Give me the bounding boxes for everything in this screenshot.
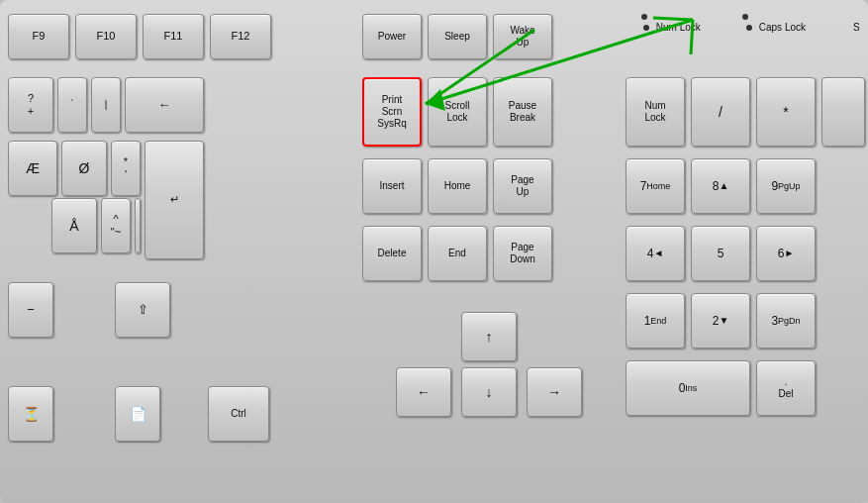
key-power[interactable]: Power	[362, 14, 422, 59]
key-print-screen[interactable]: PrintScrnSysRq	[362, 77, 422, 147]
key-numpad-9[interactable]: 9PgUp	[756, 158, 816, 214]
key-numpad-5[interactable]: 5	[691, 226, 750, 281]
key-numpad-multiply[interactable]: *	[756, 77, 816, 147]
key-page-up[interactable]: PageUp	[493, 158, 552, 214]
key-numpad-numlock[interactable]: NumLock	[626, 77, 685, 147]
key-numpad-2[interactable]: 2▼	[691, 293, 750, 349]
key-scroll-lock[interactable]: ScrollLock	[428, 77, 487, 147]
numlock-dot	[641, 14, 647, 20]
key-left-special2[interactable]: 📄	[115, 386, 160, 442]
key-ae[interactable]: Æ	[8, 141, 57, 196]
numlock-label: Num Lock	[643, 22, 701, 33]
key-arrow-up[interactable]: ↑	[461, 312, 517, 361]
key-quote-tilde[interactable]	[135, 198, 141, 253]
key-end[interactable]: End	[428, 226, 487, 281]
key-f11[interactable]: F11	[143, 14, 204, 59]
key-arrow-down[interactable]: ↓	[461, 367, 517, 417]
key-pipe[interactable]: |	[91, 77, 121, 133]
key-left-special1[interactable]: ⏳	[8, 386, 53, 442]
key-pause-break[interactable]: PauseBreak	[493, 77, 552, 147]
capslock-label: Caps Lock	[746, 22, 806, 33]
key-page-down[interactable]: PageDown	[493, 226, 552, 281]
key-home[interactable]: Home	[428, 158, 487, 214]
key-backtick[interactable]: `	[57, 77, 87, 133]
key-f9[interactable]: F9	[8, 14, 69, 59]
key-numpad-slash[interactable]: /	[691, 77, 750, 147]
key-wake-up[interactable]: WakeUp	[493, 14, 552, 59]
key-arrow-right[interactable]: →	[527, 367, 582, 417]
key-numpad-7[interactable]: 7Home	[626, 158, 685, 214]
key-insert[interactable]: Insert	[362, 158, 422, 214]
key-delete[interactable]: Delete	[362, 226, 422, 281]
key-numpad-0[interactable]: 0Ins	[626, 360, 750, 416]
key-f12[interactable]: F12	[210, 14, 271, 59]
key-sleep[interactable]: Sleep	[428, 14, 487, 59]
key-numpad-4[interactable]: 4◄	[626, 226, 685, 281]
keyboard: F9 F10 F11 F12 Power Sleep WakeUp Num Lo…	[0, 0, 868, 503]
key-numpad-del[interactable]: .Del	[756, 360, 816, 416]
key-ctrl[interactable]: Ctrl	[208, 386, 269, 442]
key-a-ring[interactable]: Å	[51, 198, 97, 253]
key-numpad-6[interactable]: 6►	[756, 226, 816, 281]
key-minus[interactable]: −	[8, 282, 53, 338]
key-question[interactable]: ?+	[8, 77, 53, 133]
key-enter[interactable]: ↵	[145, 141, 204, 259]
key-numpad-3[interactable]: 3PgDn	[756, 293, 816, 349]
key-arrow-left[interactable]: ←	[396, 367, 451, 417]
capslock-dot	[742, 14, 748, 20]
key-caret[interactable]: ^"~	[101, 198, 131, 253]
key-oslash[interactable]: Ø	[61, 141, 107, 196]
svg-line-1	[653, 18, 693, 20]
key-asterisk[interactable]: *'	[111, 141, 141, 196]
scroll-indicator-label: S	[853, 22, 860, 33]
key-backspace[interactable]: ←	[125, 77, 204, 133]
key-shift[interactable]: ⇧	[115, 282, 170, 338]
key-numpad-8[interactable]: 8▲	[691, 158, 750, 214]
key-numpad-1[interactable]: 1End	[626, 293, 685, 349]
key-numpad-minus[interactable]	[821, 77, 865, 147]
key-f10[interactable]: F10	[75, 14, 137, 59]
